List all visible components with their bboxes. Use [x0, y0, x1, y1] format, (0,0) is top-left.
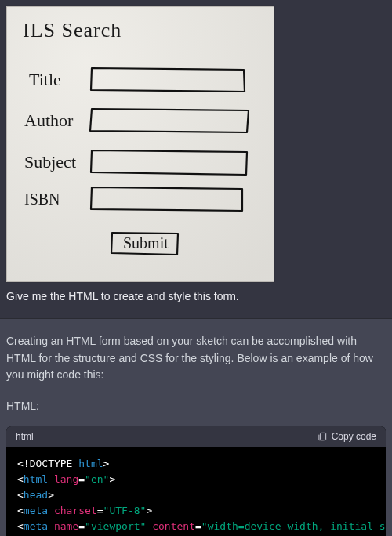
svg-text:Author: Author — [24, 110, 74, 130]
copy-code-button[interactable]: Copy code — [317, 431, 376, 442]
copy-code-label: Copy code — [332, 431, 376, 442]
svg-text:ISBN: ISBN — [24, 190, 60, 208]
code-content[interactable]: <!DOCTYPE html> <html lang="en"> <head> … — [6, 447, 386, 536]
clipboard-icon — [317, 431, 328, 442]
svg-rect-8 — [320, 433, 325, 440]
code-language-label: html — [16, 431, 34, 442]
svg-text:Title: Title — [29, 70, 61, 89]
svg-text:Subject: Subject — [24, 152, 76, 172]
user-message-section: ILS Search Title Author Subject ISBN Sub… — [0, 0, 392, 318]
sketch-drawing: ILS Search Title Author Subject ISBN Sub… — [7, 7, 274, 281]
assistant-intro-text: Creating an HTML form based on your sket… — [6, 333, 386, 384]
assistant-section-label: HTML: — [6, 398, 386, 415]
code-block-header: html Copy code — [6, 426, 386, 447]
svg-text:Submit: Submit — [123, 234, 169, 252]
svg-text:ILS  Search: ILS Search — [23, 19, 122, 42]
assistant-message-section: Creating an HTML form based on your sket… — [0, 318, 392, 536]
user-prompt-text: Give me the HTML to create and style thi… — [6, 290, 386, 302]
code-block: html Copy code <!DOCTYPE html> <html lan… — [6, 426, 386, 536]
sketch-image: ILS Search Title Author Subject ISBN Sub… — [6, 6, 274, 282]
